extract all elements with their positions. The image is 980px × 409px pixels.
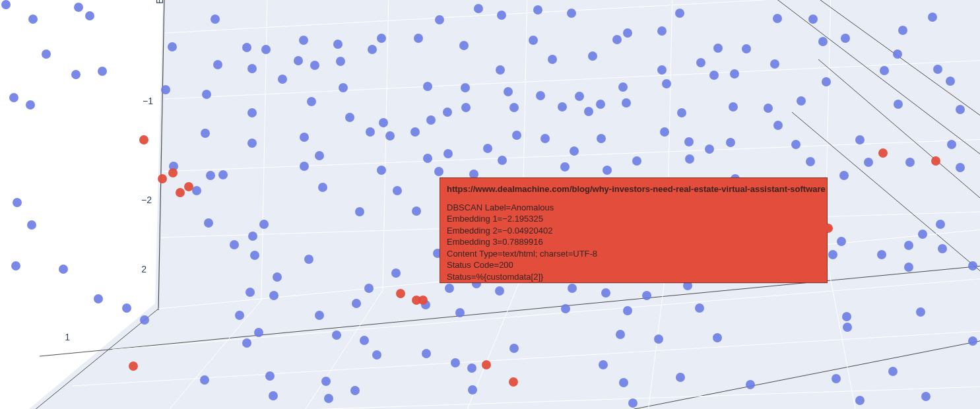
point-normal[interactable] (459, 41, 469, 50)
point-normal[interactable] (192, 186, 201, 195)
point-normal[interactable] (933, 65, 942, 74)
point-normal[interactable] (548, 55, 557, 64)
point-normal[interactable] (764, 104, 773, 113)
point-normal[interactable] (628, 398, 637, 408)
point-normal[interactable] (474, 4, 483, 13)
point-normal[interactable] (603, 166, 612, 175)
point-normal[interactable] (336, 57, 345, 66)
point-normal[interactable] (536, 91, 545, 100)
point-normal[interactable] (455, 308, 465, 317)
point-normal[interactable] (211, 15, 220, 24)
point-normal[interactable] (242, 338, 251, 348)
point-anomalous[interactable] (482, 360, 491, 369)
point-normal[interactable] (619, 378, 628, 387)
point-normal[interactable] (918, 230, 927, 239)
point-normal[interactable] (742, 44, 751, 53)
point-anomalous[interactable] (509, 377, 518, 387)
point-normal[interactable] (632, 156, 641, 166)
point-normal[interactable] (828, 250, 837, 259)
point-normal[interactable] (567, 9, 576, 18)
point-normal[interactable] (560, 162, 570, 172)
point-normal[interactable] (299, 36, 308, 45)
point-normal[interactable] (377, 34, 386, 43)
point-normal[interactable] (684, 137, 694, 146)
point-normal[interactable] (1, 0, 11, 9)
point-normal[interactable] (808, 15, 818, 24)
point-normal[interactable] (841, 34, 850, 43)
point-normal[interactable] (533, 5, 542, 15)
point-normal[interactable] (839, 171, 849, 180)
point-normal[interactable] (248, 232, 257, 241)
point-normal[interactable] (315, 151, 324, 160)
point-normal[interactable] (435, 15, 444, 24)
point-normal[interactable] (843, 323, 852, 332)
point-normal[interactable] (434, 167, 443, 176)
point-normal[interactable] (265, 371, 275, 381)
point-anomalous[interactable] (139, 135, 148, 144)
point-normal[interactable] (230, 240, 239, 249)
point-normal[interactable] (837, 237, 846, 246)
point-normal[interactable] (497, 11, 506, 20)
point-normal[interactable] (770, 59, 779, 69)
point-anomalous[interactable] (129, 362, 138, 371)
point-normal[interactable] (705, 144, 714, 154)
point-normal[interactable] (201, 129, 210, 138)
point-normal[interactable] (385, 131, 395, 141)
point-normal[interactable] (623, 306, 632, 315)
point-normal[interactable] (11, 261, 20, 270)
point-normal[interactable] (642, 291, 651, 300)
point-normal[interactable] (202, 90, 211, 99)
point-normal[interactable] (496, 65, 505, 75)
point-normal[interactable] (947, 140, 956, 149)
point-normal[interactable] (726, 138, 735, 147)
point-normal[interactable] (916, 307, 925, 317)
point-normal[interactable] (85, 11, 94, 20)
point-normal[interactable] (558, 102, 567, 111)
point-normal[interactable] (461, 103, 471, 112)
point-normal[interactable] (509, 103, 519, 112)
point-normal[interactable] (695, 303, 704, 313)
point-normal[interactable] (822, 77, 831, 86)
point-normal[interactable] (451, 358, 460, 367)
point-normal[interactable] (393, 186, 402, 195)
point-normal[interactable] (443, 149, 453, 158)
point-normal[interactable] (218, 170, 228, 179)
point-normal[interactable] (612, 35, 622, 44)
point-normal[interactable] (74, 3, 83, 12)
point-normal[interactable] (709, 71, 719, 80)
point-normal[interactable] (366, 127, 375, 137)
point-normal[interactable] (250, 251, 259, 260)
point-normal[interactable] (368, 45, 377, 54)
point-normal[interactable] (904, 241, 913, 250)
point-normal[interactable] (26, 100, 35, 110)
point-normal[interactable] (372, 350, 381, 360)
point-normal[interactable] (350, 386, 360, 395)
point-normal[interactable] (730, 69, 739, 79)
point-normal[interactable] (391, 268, 401, 278)
scatter3d-stage[interactable]: −1 −2 Em 2 1 https://www.dealmachine.com… (0, 0, 980, 409)
point-normal[interactable] (654, 334, 663, 344)
point-normal[interactable] (345, 113, 354, 122)
point-normal[interactable] (310, 61, 319, 70)
point-normal[interactable] (855, 396, 865, 405)
point-normal[interactable] (529, 36, 538, 45)
point-normal[interactable] (956, 163, 965, 172)
point-normal[interactable] (696, 58, 705, 67)
point-normal[interactable] (247, 108, 257, 117)
point-normal[interactable] (213, 60, 222, 69)
point-normal[interactable] (352, 299, 361, 308)
point-normal[interactable] (235, 311, 244, 320)
point-normal[interactable] (423, 82, 432, 91)
point-normal[interactable] (422, 349, 431, 358)
point-normal[interactable] (364, 284, 374, 293)
point-normal[interactable] (622, 98, 631, 108)
point-anomalous[interactable] (418, 296, 428, 305)
point-normal[interactable] (495, 286, 504, 296)
point-normal[interactable] (168, 42, 177, 51)
point-normal[interactable] (461, 83, 470, 92)
point-normal[interactable] (355, 207, 364, 216)
point-normal[interactable] (894, 100, 903, 109)
point-normal[interactable] (269, 391, 278, 400)
point-normal[interactable] (928, 13, 937, 22)
point-normal[interactable] (806, 157, 815, 166)
